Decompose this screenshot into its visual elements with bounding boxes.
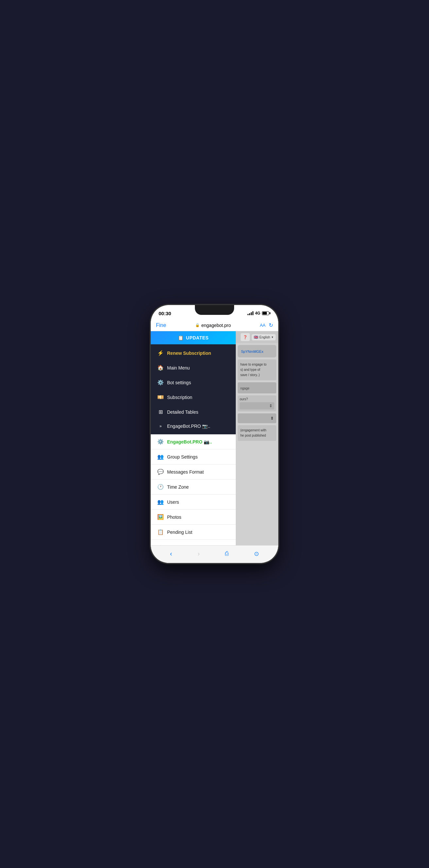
home-indicator [151, 562, 278, 563]
menu-item-detailed-tables[interactable]: ⊞ Detailed Tables [151, 405, 236, 419]
engagement-line-1: (engagement with [240, 428, 274, 433]
detailed-tables-label: Detailed Tables [167, 409, 198, 415]
group-settings-label: Group Settings [167, 454, 198, 460]
menu-item-subscription[interactable]: 💴 Subscription [151, 390, 236, 405]
engagebot-dark-label: EngageBot.PRO 📷.. [167, 424, 210, 429]
menu-item-engagebot-green[interactable]: ⚙️ EngageBot.PRO 📷.. [151, 434, 236, 449]
lightning-icon: ⚡ [157, 350, 164, 356]
browser-back-button[interactable]: Fine [156, 322, 166, 328]
browser-url[interactable]: engagebot.pro [201, 323, 231, 328]
sidebar[interactable]: 📋 UPDATES ⚡ Renew Subscription 🏠 Main Me… [151, 331, 236, 545]
menu-item-group-settings[interactable]: 👥 Group Settings [151, 450, 236, 464]
nav-share-button[interactable]: ⎙ [225, 550, 229, 557]
premium-users-label: Premium Users [167, 545, 198, 546]
engagebot-green-label: EngageBot.PRO 📷.. [167, 439, 212, 444]
hours-text: ours? [240, 397, 274, 401]
dark-menu-section: ⚡ Renew Subscription 🏠 Main Menu ⚙️ Bot … [151, 344, 236, 434]
nav-back-button[interactable]: ‹ [170, 550, 172, 557]
phone-frame: 00:30 4G Fine � [151, 305, 278, 563]
table-icon: ⊞ [157, 409, 164, 415]
menu-item-bot-settings[interactable]: ⚙️ Bot settings [151, 375, 236, 390]
hours-box: ours? ⇕ [238, 395, 276, 411]
menu-item-users[interactable]: 👥 Users [151, 495, 236, 509]
content-box-description: have to engage to s) and type of save / … [238, 360, 276, 380]
messages-format-label: Messages Format [167, 469, 204, 474]
hours-select-wrapper: ⇕ [240, 402, 274, 409]
bottom-nav: ‹ › ⎙ ⊙ [151, 545, 278, 562]
light-menu-section: ⚙️ EngageBot.PRO 📷.. 👥 Group Settings 💬 … [151, 434, 236, 545]
desc-line-2: s) and type of [240, 367, 274, 372]
updates-header[interactable]: 📋 UPDATES [151, 331, 236, 344]
users-label: Users [167, 499, 179, 505]
menu-item-time-zone[interactable]: 🕐 Time Zone [151, 479, 236, 494]
browser-url-container: 🔒 engagebot.pro [195, 323, 231, 328]
bot-settings-label: Bot settings [167, 380, 191, 385]
dropdown-box[interactable]: ⇕ [238, 413, 276, 423]
browser-refresh-button[interactable]: ↻ [269, 322, 273, 328]
green-gear-icon: ⚙️ [157, 439, 164, 445]
updates-icon: 📋 [178, 335, 184, 340]
nav-forward-button[interactable]: › [198, 550, 200, 557]
photos-icon: 🖼️ [157, 514, 164, 520]
messages-icon: 💬 [157, 469, 164, 475]
language-label: English [259, 336, 270, 339]
lock-icon: 🔒 [195, 323, 200, 327]
engage-box: ngage [238, 382, 276, 394]
blue-link[interactable]: SpYNmMGEx [241, 349, 263, 353]
menu-item-renew-subscription[interactable]: ⚡ Renew Subscription [151, 346, 236, 360]
home-icon: 🏠 [157, 365, 164, 371]
browser-bar: Fine 🔒 engagebot.pro AA ↻ [151, 319, 278, 331]
updates-label: UPDATES [186, 335, 209, 340]
select-arrows: ⇕ [269, 404, 272, 408]
dropdown-arrow-icon: ▼ [271, 336, 274, 339]
star-icon: ☆ [157, 544, 164, 545]
desc-line-1: have to engage to [240, 362, 274, 367]
menu-item-engagebot-dark[interactable]: » EngageBot.PRO 📷.. [151, 419, 236, 433]
browser-controls: AA ↻ [260, 322, 273, 328]
status-4g: 4G [255, 311, 260, 315]
pending-list-label: Pending List [167, 530, 192, 535]
menu-item-photos[interactable]: 🖼️ Photos [151, 509, 236, 524]
right-content-body: SpYNmMGEx have to engage to s) and type … [236, 343, 278, 443]
menu-item-messages-format[interactable]: 💬 Messages Format [151, 464, 236, 479]
engagement-line-2: he post published [240, 433, 274, 438]
subscription-label: Subscription [167, 395, 192, 400]
double-arrow-icon: » [157, 424, 164, 428]
group-settings-icon: 👥 [157, 454, 164, 460]
phone-screen: 00:30 4G Fine � [151, 305, 278, 563]
right-top-header: ❓ 🇬🇧 English ▼ [236, 331, 278, 343]
time-zone-label: Time Zone [167, 485, 189, 490]
clock-icon: 🕐 [157, 484, 164, 490]
desc-line-3: save / story..) [240, 372, 274, 378]
engagement-box: (engagement with he post published [238, 425, 276, 441]
right-content: ❓ 🇬🇧 English ▼ SpYNmMGEx have to engage … [236, 331, 278, 545]
main-content: 📋 UPDATES ⚡ Renew Subscription 🏠 Main Me… [151, 331, 278, 545]
language-dropdown[interactable]: 🇬🇧 English ▼ [252, 334, 276, 340]
flag-icon: 🇬🇧 [254, 335, 258, 339]
signal-bars [248, 311, 254, 315]
pending-list-icon: 📋 [157, 529, 164, 535]
photos-label: Photos [167, 515, 182, 520]
status-time: 00:30 [159, 311, 171, 316]
notch [195, 305, 234, 315]
dropdown-arrows-icon: ⇕ [270, 416, 274, 421]
browser-aa-button[interactable]: AA [260, 323, 265, 328]
status-icons: 4G [248, 311, 270, 315]
gear-icon: ⚙️ [157, 379, 164, 385]
renew-subscription-label: Renew Subscription [167, 350, 211, 356]
battery-icon [262, 311, 270, 315]
users-icon: 👥 [157, 499, 164, 505]
menu-item-pending-list[interactable]: 📋 Pending List [151, 525, 236, 539]
question-button[interactable]: ❓ [241, 333, 250, 341]
menu-item-premium-users[interactable]: ☆ Premium Users [151, 540, 236, 545]
main-menu-label: Main Menu [167, 365, 190, 371]
nav-compass-button[interactable]: ⊙ [254, 550, 259, 557]
subscription-icon: 💴 [157, 394, 164, 400]
engage-text: ngage [240, 386, 250, 390]
menu-item-main-menu[interactable]: 🏠 Main Menu [151, 360, 236, 375]
content-box-1: SpYNmMGEx [238, 345, 276, 358]
